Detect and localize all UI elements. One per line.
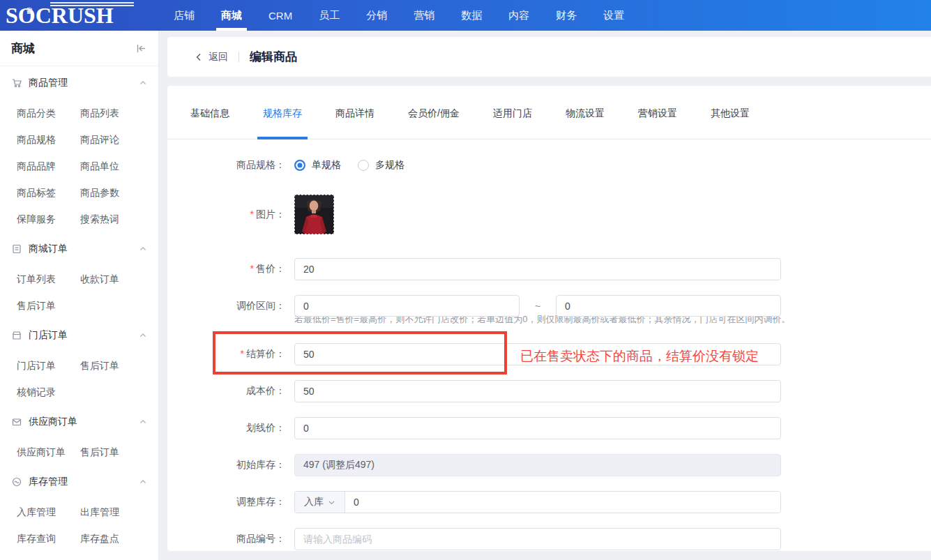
sidebar-item[interactable]: 商品规格	[17, 126, 80, 153]
sidebar-title: 商城	[11, 40, 35, 56]
row-product-spec: 商品规格： 单规格 多规格	[167, 159, 931, 172]
required-mark: *	[250, 209, 254, 220]
sidebar-item[interactable]: 售后订单	[17, 292, 80, 319]
strike-price-input[interactable]	[294, 417, 781, 439]
stock-direction-select[interactable]: 入库	[295, 492, 345, 513]
nav-item-content[interactable]: 内容	[495, 0, 543, 31]
sidebar-section-supplier-orders[interactable]: 供应商订单	[0, 405, 158, 439]
sidebar-header: 商城	[0, 31, 158, 66]
chevron-up-icon	[139, 79, 147, 87]
product-image-thumbnail[interactable]	[294, 195, 334, 234]
product-code-input[interactable]	[294, 528, 781, 550]
supplier-icon	[11, 416, 22, 427]
sidebar-item[interactable]: 商品标签	[17, 179, 80, 206]
cost-price-input[interactable]	[294, 380, 781, 402]
main-content: 返回 编辑商品 基础信息 规格库存 商品详情 会员价/佣金 适用门店 物流设置 …	[159, 31, 931, 560]
sidebar-item[interactable]: 商品分类	[17, 100, 80, 126]
nav-item-finance[interactable]: 财务	[543, 0, 590, 31]
spec-stock-form: 商品规格： 单规格 多规格 *图片：	[167, 139, 931, 550]
adjust-stock-group: 入库	[294, 491, 781, 513]
chevron-left-icon	[194, 52, 204, 62]
sidebar-items-goods: 商品分类 商品列表 商品规格 商品评论 商品品牌 商品单位 商品标签 商品参数 …	[0, 100, 158, 232]
field-label: 成本价：	[167, 385, 294, 398]
tab-member-price[interactable]: 会员价/佣金	[408, 86, 460, 139]
tab-logistics[interactable]: 物流设置	[566, 86, 605, 139]
radio-multi-spec[interactable]: 多规格	[358, 159, 404, 172]
tab-other-settings[interactable]: 其他设置	[711, 86, 750, 139]
settle-price-input[interactable]	[294, 343, 781, 365]
back-button[interactable]: 返回	[194, 51, 228, 63]
logo-text: SOCRUSH	[6, 3, 114, 28]
row-adjust-stock: 调整库存： 入库	[167, 491, 931, 513]
tab-product-detail[interactable]: 商品详情	[335, 86, 374, 139]
chevron-up-icon	[139, 418, 147, 426]
sidebar: 商城 商品管理 商品分类 商品列表 商品规格 商	[0, 31, 159, 560]
sidebar-item[interactable]: 商品单位	[80, 153, 158, 179]
radio-checked-icon	[294, 160, 305, 171]
edit-product-card: 基础信息 规格库存 商品详情 会员价/佣金 适用门店 物流设置 营销设置 其他设…	[167, 86, 931, 551]
sidebar-collapse-icon[interactable]	[135, 43, 147, 54]
logo-deco-lines	[50, 2, 134, 6]
nav-item-crm[interactable]: CRM	[255, 0, 305, 31]
nav-item-settings[interactable]: 设置	[590, 0, 637, 31]
row-product-image: *图片：	[167, 195, 931, 234]
row-price-range: 调价区间： ~	[167, 295, 931, 317]
sidebar-items-inventory: 入库管理 出库管理 库存查询 库存盘点 出入库记录	[0, 499, 158, 560]
sidebar-item[interactable]: 收款订单	[80, 266, 158, 292]
sidebar-item[interactable]: 搜索热词	[80, 206, 158, 232]
radio-single-spec[interactable]: 单规格	[294, 159, 341, 172]
nav-item-staff[interactable]: 员工	[305, 0, 353, 31]
order-icon	[11, 243, 22, 255]
sidebar-item[interactable]: 核销记录	[17, 379, 80, 405]
app-logo[interactable]: SOCRUSH ♛	[0, 1, 160, 29]
sidebar-item[interactable]: 供应商订单	[17, 439, 80, 465]
price-range-min-input[interactable]	[294, 295, 520, 317]
nav-item-shop[interactable]: 店铺	[160, 0, 208, 31]
tab-marketing[interactable]: 营销设置	[638, 86, 677, 139]
chevron-up-icon	[139, 478, 147, 486]
sidebar-item[interactable]: 商品评论	[80, 126, 158, 153]
nav-item-distribution[interactable]: 分销	[353, 0, 400, 31]
sidebar-item[interactable]: 售后订单	[80, 352, 158, 379]
range-separator: ~	[520, 301, 556, 312]
divider	[239, 52, 239, 62]
sidebar-item-clipped[interactable]: 出入库记录	[17, 552, 80, 560]
price-range-max-input[interactable]	[556, 295, 781, 317]
adjust-stock-input[interactable]	[345, 492, 780, 513]
field-label: *售价：	[167, 263, 294, 275]
sidebar-item[interactable]: 售后订单	[80, 439, 158, 465]
sale-price-input[interactable]	[294, 258, 781, 280]
sidebar-items-store-orders: 门店订单 售后订单 核销记录	[0, 352, 158, 405]
sidebar-section-mall-orders[interactable]: 商城订单	[0, 232, 158, 266]
sidebar-item[interactable]: 库存盘点	[80, 525, 158, 552]
sidebar-item[interactable]: 商品参数	[80, 179, 158, 206]
tab-spec-stock[interactable]: 规格库存	[263, 86, 302, 139]
nav-item-data[interactable]: 数据	[448, 0, 495, 31]
field-label: *图片：	[167, 209, 294, 221]
row-cost-price: 成本价：	[167, 380, 931, 402]
required-mark: *	[241, 348, 244, 359]
sidebar-section-store-orders[interactable]: 门店订单	[0, 319, 158, 352]
sidebar-item[interactable]: 入库管理	[17, 499, 80, 525]
spec-radio-group: 单规格 多规格	[294, 159, 421, 172]
tab-bar: 基础信息 规格库存 商品详情 会员价/佣金 适用门店 物流设置 营销设置 其他设…	[167, 86, 931, 139]
sidebar-section-inventory[interactable]: 库存管理	[0, 465, 158, 499]
sidebar-item[interactable]: 保障服务	[17, 206, 80, 232]
tab-applicable-stores[interactable]: 适用门店	[493, 86, 532, 139]
top-navbar: SOCRUSH ♛ 店铺 商城 CRM 员工 分销 营销 数据 内容 财务 设置	[0, 0, 931, 31]
sidebar-item[interactable]: 出库管理	[80, 499, 158, 525]
chevron-up-icon	[139, 245, 147, 253]
sidebar-item[interactable]: 订单列表	[17, 266, 80, 292]
nav-item-mall[interactable]: 商城	[208, 0, 255, 31]
nav-item-marketing[interactable]: 营销	[400, 0, 448, 31]
sidebar-section-goods[interactable]: 商品管理	[0, 66, 158, 100]
sidebar-item[interactable]: 库存查询	[17, 525, 80, 552]
sidebar-items-mall-orders: 订单列表 收款订单 售后订单	[0, 266, 158, 319]
sidebar-item[interactable]: 商品列表	[80, 100, 158, 126]
sidebar-item[interactable]: 门店订单	[17, 352, 80, 379]
sidebar-item[interactable]: 商品品牌	[17, 153, 80, 179]
row-strike-price: 划线价：	[167, 417, 931, 439]
tab-basic-info[interactable]: 基础信息	[190, 86, 229, 139]
main-menu: 店铺 商城 CRM 员工 分销 营销 数据 内容 财务 设置	[160, 0, 637, 31]
store-icon	[11, 330, 22, 341]
